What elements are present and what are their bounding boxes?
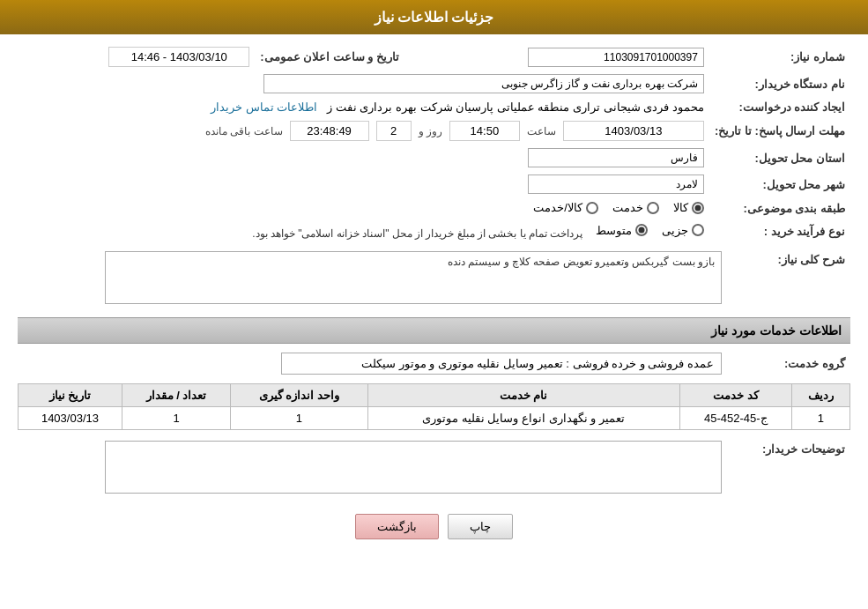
- mohlat-remaining-label: ساعت باقی مانده: [205, 125, 283, 137]
- nove-value: جزیی متوسط پرداخت تمام یا بخشی از مبلغ خ…: [18, 220, 709, 243]
- tozihat-value: [18, 437, 727, 500]
- tozihat-label: توضیحات خریدار:: [727, 437, 850, 500]
- group-value: عمده فروشی و خرده فروشی : تعمیر وسایل نق…: [18, 349, 727, 378]
- sharh-label: شرح کلی نیاز:: [727, 248, 850, 310]
- radio-khedmat-label: خدمت: [612, 201, 643, 214]
- mohlat-roz: 2: [376, 121, 412, 141]
- col-qty: تعداد / مقدار: [122, 384, 230, 407]
- radio-khedmat: خدمت: [612, 201, 659, 214]
- row-group: گروه خدمت: عمده فروشی و خرده فروشی : تعم…: [18, 349, 850, 378]
- row-mohlat: مهلت ارسال پاسخ: تا تاریخ: 1403/03/13 سا…: [18, 117, 850, 145]
- cell-date: 1403/03/13: [19, 407, 122, 430]
- ostan-box: فارس: [528, 148, 704, 167]
- radio-motavaset-label: متوسط: [596, 224, 632, 237]
- ostan-value: فارس: [18, 145, 709, 171]
- radio-kala-icon: [692, 202, 704, 214]
- radio-jozii-icon: [692, 224, 704, 236]
- services-tbody: 1 ج-45-452-45 تعمیر و نگهداری انواع وسای…: [19, 407, 850, 430]
- mohlat-remaining: 23:48:49: [290, 121, 369, 141]
- sharh-table: شرح کلی نیاز: بازو بست گیربکس وتعمیرو تع…: [18, 248, 850, 310]
- mohlat-roz-label: روز و: [419, 125, 442, 137]
- shomara-box: 1103091701000397: [528, 48, 704, 67]
- cell-qty: 1: [122, 407, 230, 430]
- mohlat-time-label: ساعت: [527, 125, 556, 137]
- back-button[interactable]: بازگشت: [355, 514, 439, 539]
- row-ostan: استان محل تحویل: فارس: [18, 145, 850, 171]
- radio-motavaset-icon: [635, 224, 648, 236]
- nove-text: پرداخت تمام یا بخشی از مبلغ خریدار از مح…: [252, 227, 582, 239]
- content-area: شماره نیاز: 1103091701000397 تاریخ و ساع…: [0, 34, 868, 548]
- radio-kala-label: کالا: [673, 201, 688, 214]
- page-title: جزئیات اطلاعات نیاز: [375, 10, 494, 25]
- col-unit: واحد اندازه گیری: [231, 384, 367, 407]
- tabaqe-group: کالا خدمت کالا/خدمت: [533, 201, 704, 214]
- sharh-textarea[interactable]: [105, 251, 722, 304]
- shahr-value: لامرد: [18, 171, 709, 197]
- row-tozihat: توضیحات خریدار:: [18, 437, 850, 500]
- group-table: گروه خدمت: عمده فروشی و خرده فروشی : تعم…: [18, 349, 850, 378]
- radio-khedmat-icon: [647, 202, 659, 214]
- ejad-link[interactable]: اطلاعات تماس خریدار: [211, 100, 317, 114]
- cell-unit: 1: [231, 407, 367, 430]
- dastgah-label: نام دستگاه خریدار:: [709, 71, 850, 97]
- sharh-value: بازو بست گیربکس وتعمیرو تعویض صفحه کلاچ …: [18, 248, 727, 310]
- mohlat-row: 1403/03/13 ساعت 14:50 روز و 2 23:48:49 س…: [23, 121, 704, 141]
- ostan-label: استان محل تحویل:: [709, 145, 850, 171]
- col-name: نام خدمت: [367, 384, 679, 407]
- mohlat-value: 1403/03/13 ساعت 14:50 روز و 2 23:48:49 س…: [18, 117, 709, 145]
- radio-jozii: جزیی: [662, 224, 704, 237]
- bottom-buttons: چاپ بازگشت: [18, 514, 850, 539]
- tarikh-value: 1403/03/10 - 14:46: [18, 43, 255, 71]
- ejad-text: محمود فردی شیجانی تراری منطقه عملیاتی پا…: [327, 100, 704, 114]
- page-header: جزئیات اطلاعات نیاز: [0, 0, 868, 34]
- sharh-area: بازو بست گیربکس وتعمیرو تعویض صفحه کلاچ …: [23, 251, 722, 307]
- row-shahr: شهر محل تحویل: لامرد: [18, 171, 850, 197]
- mohlat-date: 1403/03/13: [563, 121, 704, 141]
- col-date: تاریخ نیاز: [19, 384, 122, 407]
- services-thead: ردیف کد خدمت نام خدمت واحد اندازه گیری ت…: [19, 384, 850, 407]
- row-ejad: ایجاد کننده درخواست: محمود فردی شیجانی ت…: [18, 97, 850, 117]
- row-nove: نوع فرآیند خرید : جزیی متوسط پرداخت: [18, 220, 850, 243]
- shahr-box: لامرد: [528, 175, 704, 194]
- services-header-row: ردیف کد خدمت نام خدمت واحد اندازه گیری ت…: [19, 384, 850, 407]
- page-wrapper: جزئیات اطلاعات نیاز شماره نیاز: 11030917…: [0, 0, 868, 609]
- shomara-label: شماره نیاز:: [709, 43, 850, 71]
- shomara-value: 1103091701000397: [417, 43, 709, 71]
- tarikh-box: 1403/03/10 - 14:46: [108, 47, 249, 67]
- col-code: کد خدمت: [679, 384, 791, 407]
- shahr-label: شهر محل تحویل:: [709, 171, 850, 197]
- services-table: ردیف کد خدمت نام خدمت واحد اندازه گیری ت…: [18, 383, 850, 430]
- nove-group: جزیی متوسط: [596, 224, 704, 237]
- col-radif: ردیف: [791, 384, 849, 407]
- dastgah-box: شرکت بهره برداری نفت و گاز زاگرس جنوبی: [263, 74, 704, 93]
- radio-kk-label: کالا/خدمت: [533, 201, 582, 214]
- radio-motavaset: متوسط: [596, 224, 648, 237]
- print-button[interactable]: چاپ: [448, 514, 513, 539]
- tabaqe-label: طبقه بندی موضوعی:: [709, 197, 850, 220]
- table-row: 1 ج-45-452-45 تعمیر و نگهداری انواع وسای…: [19, 407, 850, 430]
- radio-jozii-label: جزیی: [662, 224, 688, 237]
- tarikh-label: تاریخ و ساعت اعلان عمومی:: [255, 43, 417, 71]
- ejad-label: ایجاد کننده درخواست:: [709, 97, 850, 117]
- dastgah-value: شرکت بهره برداری نفت و گاز زاگرس جنوبی: [18, 71, 709, 97]
- mohlat-time: 14:50: [449, 121, 520, 141]
- ejad-value: محمود فردی شیجانی تراری منطقه عملیاتی پا…: [18, 97, 709, 117]
- row-tabaqe: طبقه بندی موضوعی: کالا خدمت: [18, 197, 850, 220]
- cell-radif: 1: [791, 407, 849, 430]
- tabaqe-value: کالا خدمت کالا/خدمت: [18, 197, 709, 220]
- radio-kala: کالا: [673, 201, 704, 214]
- mohlat-label: مهلت ارسال پاسخ: تا تاریخ:: [709, 117, 850, 145]
- row-sharh: شرح کلی نیاز: بازو بست گیربکس وتعمیرو تع…: [18, 248, 850, 310]
- group-label: گروه خدمت:: [727, 349, 850, 378]
- tozihat-textarea[interactable]: [105, 441, 722, 494]
- row-shomara: شماره نیاز: 1103091701000397 تاریخ و ساع…: [18, 43, 850, 71]
- group-box: عمده فروشی و خرده فروشی : تعمیر وسایل نق…: [281, 353, 722, 375]
- radio-kala-khedmat: کالا/خدمت: [533, 201, 598, 214]
- services-title: اطلاعات خدمات مورد نیاز: [18, 317, 850, 344]
- tozihat-table: توضیحات خریدار:: [18, 437, 850, 500]
- row-dastgah: نام دستگاه خریدار: شرکت بهره برداری نفت …: [18, 71, 850, 97]
- info-table: شماره نیاز: 1103091701000397 تاریخ و ساع…: [18, 43, 850, 242]
- nove-label: نوع فرآیند خرید :: [709, 220, 850, 243]
- radio-kk-icon: [586, 202, 598, 214]
- cell-code: ج-45-452-45: [679, 407, 791, 430]
